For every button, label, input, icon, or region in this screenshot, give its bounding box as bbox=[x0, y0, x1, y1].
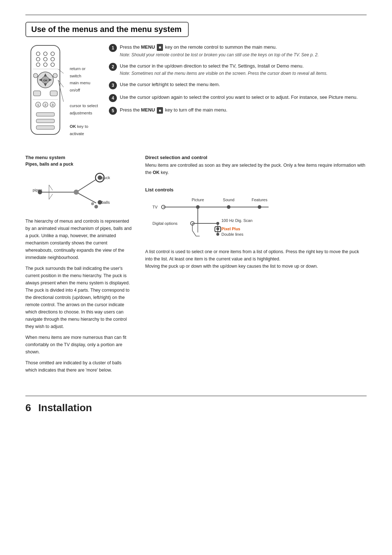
install-number: 6 bbox=[25, 402, 31, 414]
svg-line-36 bbox=[76, 179, 96, 192]
svg-point-8 bbox=[44, 63, 47, 66]
svg-point-1 bbox=[36, 52, 40, 56]
svg-line-37 bbox=[76, 192, 96, 203]
label-return: return or switch main menu on/off bbox=[70, 65, 98, 94]
svg-point-4 bbox=[36, 57, 40, 61]
middle-section: The menu system Pipes, balls and a puck bbox=[25, 155, 367, 377]
svg-point-5 bbox=[44, 57, 47, 61]
svg-text:2: 2 bbox=[44, 103, 46, 107]
svg-text:TV: TV bbox=[152, 205, 158, 209]
svg-text:1: 1 bbox=[37, 103, 39, 107]
ok-label: OK bbox=[153, 170, 160, 175]
section-title: Use of the menus and the menu system bbox=[31, 25, 181, 34]
svg-text:puck: puck bbox=[102, 175, 110, 180]
svg-rect-31 bbox=[36, 126, 54, 129]
step-num-4: 4 bbox=[109, 94, 117, 102]
right-column: Direct selection and control Menu items … bbox=[145, 155, 367, 377]
step-content-1: Press the MENU ■ key on the remote contr… bbox=[120, 44, 367, 58]
direct-selection-body: Menu items are controlled as soon as the… bbox=[145, 162, 367, 176]
top-rule bbox=[25, 15, 367, 15]
direct-selection-title: Direct selection and control bbox=[145, 155, 367, 160]
step-num-1: 1 bbox=[109, 44, 117, 52]
step-content-5: Press the MENU ■ key to turn off the mai… bbox=[120, 106, 367, 114]
list-diagram: Picture Sound Features TV bbox=[145, 196, 367, 244]
step-content-2: Use the cursor in the up/down direction … bbox=[120, 62, 367, 77]
svg-point-44 bbox=[91, 202, 94, 205]
remote-illustration: OK 1 2 3 bbox=[25, 44, 65, 138]
label-ok: OK key to activate bbox=[70, 123, 98, 137]
remote-wrap: OK 1 2 3 bbox=[25, 44, 98, 140]
svg-text:3: 3 bbox=[52, 103, 53, 107]
installation-section: 6 Installation bbox=[25, 396, 367, 414]
steps-column: 1 Press the MENU ■ key on the remote con… bbox=[109, 44, 367, 140]
pipes-diagram: pipes puck balls bbox=[33, 170, 113, 214]
step-3: 3 Use the cursor left/right to select th… bbox=[109, 81, 367, 89]
step-num-5: 5 bbox=[109, 107, 117, 115]
svg-text:100 Hz Dig. Scan: 100 Hz Dig. Scan bbox=[221, 218, 253, 223]
svg-point-18 bbox=[33, 73, 38, 78]
svg-line-32 bbox=[58, 69, 64, 73]
svg-point-58 bbox=[227, 205, 230, 209]
svg-text:Features: Features bbox=[252, 198, 268, 202]
step-4: 4 Use the cursor up/down again to select… bbox=[109, 94, 367, 102]
pipes-balls-subtitle: Pipes, balls and a puck bbox=[25, 162, 134, 167]
body-text-1: The hierarchy of menus and controls is r… bbox=[25, 218, 134, 261]
svg-rect-21 bbox=[50, 91, 57, 96]
section-title-box: Use of the menus and the menu system bbox=[25, 22, 189, 37]
top-section: OK 1 2 3 bbox=[25, 44, 367, 140]
step-1: 1 Press the MENU ■ key on the remote con… bbox=[109, 44, 367, 58]
left-column: The menu system Pipes, balls and a puck bbox=[25, 155, 134, 377]
svg-point-9 bbox=[51, 63, 54, 66]
svg-point-3 bbox=[51, 52, 54, 56]
pipes-svg: pipes puck balls bbox=[33, 170, 113, 214]
step-1-note: Note: Should your remote control be lost… bbox=[120, 52, 367, 58]
remote-column: OK 1 2 3 bbox=[25, 44, 98, 140]
svg-point-39 bbox=[74, 190, 79, 195]
svg-text:balls: balls bbox=[102, 200, 110, 204]
svg-point-59 bbox=[258, 205, 261, 209]
menu-key-icon: ■ bbox=[157, 44, 163, 51]
svg-text:Digital options: Digital options bbox=[152, 221, 178, 226]
svg-line-34 bbox=[58, 80, 64, 102]
svg-text:OK: OK bbox=[43, 79, 48, 82]
step-5: 5 Press the MENU ■ key to turn off the m… bbox=[109, 106, 367, 115]
body-text-2: The puck surrounds the ball indicating t… bbox=[25, 265, 134, 330]
step-2: 2 Use the cursor in the up/down directio… bbox=[109, 62, 367, 77]
svg-text:Picture: Picture bbox=[192, 198, 204, 202]
menu-key-icon-2: ■ bbox=[157, 107, 163, 114]
svg-point-6 bbox=[51, 57, 54, 61]
direct-selection-section: Direct selection and control Menu items … bbox=[145, 155, 367, 176]
list-controls-body: A list control is used to select one or … bbox=[145, 248, 367, 270]
svg-rect-20 bbox=[33, 91, 41, 96]
list-controls-title: List controls bbox=[145, 187, 367, 193]
svg-point-19 bbox=[53, 73, 57, 78]
body-text-4: Those omitted are indicated by a cluster… bbox=[25, 359, 134, 374]
svg-point-2 bbox=[44, 52, 47, 56]
svg-point-43 bbox=[94, 205, 98, 208]
body-text-3: When menu items are more numerous than c… bbox=[25, 334, 134, 356]
svg-line-48 bbox=[49, 185, 53, 190]
svg-text:Pixel Plus: Pixel Plus bbox=[221, 227, 240, 231]
svg-text:Sound: Sound bbox=[223, 198, 234, 202]
list-diagram-svg: Picture Sound Features TV bbox=[145, 196, 283, 243]
install-title: Installation bbox=[38, 402, 92, 414]
svg-text:Double lines: Double lines bbox=[221, 232, 244, 236]
svg-rect-29 bbox=[36, 113, 54, 116]
menu-system-title: The menu system bbox=[25, 155, 134, 160]
remote-labels: return or switch main menu on/off cursor… bbox=[70, 44, 98, 140]
step-content-3: Use the cursor left/right to select the … bbox=[120, 81, 367, 88]
svg-line-74 bbox=[192, 231, 196, 236]
svg-point-7 bbox=[36, 63, 40, 66]
list-controls-section: List controls Picture Sound Features TV bbox=[145, 187, 367, 270]
svg-text:pipes: pipes bbox=[33, 188, 42, 192]
svg-line-49 bbox=[49, 194, 53, 199]
svg-rect-30 bbox=[36, 119, 54, 123]
label-cursor: cursor to select adjustments bbox=[70, 102, 98, 117]
step-num-2: 2 bbox=[109, 63, 117, 71]
step-num-3: 3 bbox=[109, 81, 117, 89]
step-content-4: Use the cursor up/down again to select t… bbox=[120, 94, 367, 101]
step-2-note: Note: Sometimes not all the menu items a… bbox=[120, 70, 367, 77]
